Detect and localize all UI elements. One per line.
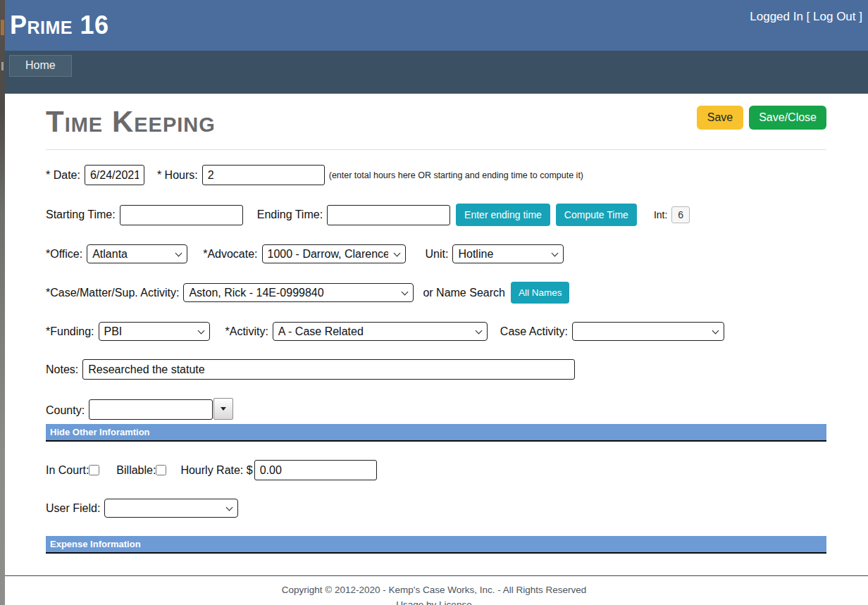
activity-select[interactable]: A - Case Related xyxy=(273,322,488,341)
app-header: Prime 16 Logged In [ Log Out ] xyxy=(5,0,868,51)
save-button[interactable]: Save xyxy=(697,106,743,130)
activity-label: *Activity: xyxy=(225,325,268,338)
ending-time-input[interactable] xyxy=(327,205,450,225)
county-input[interactable] xyxy=(89,399,213,420)
office-select[interactable]: Atlanta xyxy=(87,244,187,263)
page-title: Time Keeping xyxy=(46,106,216,138)
date-input[interactable] xyxy=(85,165,144,185)
background-window-artifact xyxy=(1,20,4,35)
title-divider xyxy=(46,149,826,150)
license-text: Usage by License xyxy=(0,598,868,605)
advocate-label: *Advocate: xyxy=(203,248,257,261)
office-label: *Office: xyxy=(46,248,82,261)
date-label: * Date: xyxy=(46,169,80,182)
user-field-label: User Field: xyxy=(46,502,100,515)
case-matter-label: *Case/Matter/Sup. Activity: xyxy=(46,287,179,299)
case-matter-select[interactable]: Aston, Rick - 14E-0999840 xyxy=(183,283,414,302)
copyright-text: Copyright © 2012-2020 - Kemp's Case Work… xyxy=(0,583,868,598)
all-names-button[interactable]: All Names xyxy=(511,282,570,304)
enter-ending-time-button[interactable]: Enter ending time xyxy=(456,204,550,226)
case-matter-row: *Case/Matter/Sup. Activity: Aston, Rick … xyxy=(46,282,826,304)
ending-time-label: Ending Time: xyxy=(257,208,323,221)
funding-select[interactable]: PBI xyxy=(99,322,210,341)
billable-checkbox[interactable] xyxy=(156,465,166,475)
hourly-rate-label: Hourly Rate: $ xyxy=(180,464,252,477)
funding-label: *Funding: xyxy=(46,325,94,338)
county-label: County: xyxy=(46,404,85,417)
hours-input[interactable] xyxy=(202,165,325,185)
left-screen-edge xyxy=(0,0,5,605)
hourly-rate-input[interactable] xyxy=(254,460,377,480)
court-billable-row: In Court: Billable: Hourly Rate: $ xyxy=(46,460,826,480)
hours-label: * Hours: xyxy=(157,169,198,182)
notes-row: Notes: xyxy=(46,359,826,380)
section-bar-expense-information[interactable]: Expense Information xyxy=(46,536,826,554)
main-nav: Home xyxy=(5,51,868,94)
login-status[interactable]: Logged In [ Log Out ] xyxy=(750,10,862,24)
notes-label: Notes: xyxy=(46,363,78,376)
main-content: Time Keeping Save Save/Close * Date: * H… xyxy=(5,94,868,554)
triangle-down-icon xyxy=(221,407,226,411)
county-row: County: xyxy=(46,398,826,420)
advocate-select[interactable]: 1000 - Darrow, Clarence xyxy=(262,244,406,263)
page-footer: Copyright © 2012-2020 - Kemp's Case Work… xyxy=(0,575,868,605)
county-dropdown-button[interactable] xyxy=(213,398,233,420)
section-bar-other-information[interactable]: Hide Other Inforamtion xyxy=(46,424,826,442)
hours-hint: (enter total hours here OR starting and … xyxy=(329,170,583,180)
user-field-select[interactable] xyxy=(104,499,238,518)
time-row: Starting Time: Ending Time: Enter ending… xyxy=(46,204,826,226)
in-court-checkbox[interactable] xyxy=(89,465,99,475)
funding-row: *Funding: PBI *Activity: A - Case Relate… xyxy=(46,322,826,341)
case-activity-select[interactable] xyxy=(572,322,724,341)
background-window-artifact xyxy=(1,62,4,70)
office-row: *Office: Atlanta *Advocate: 1000 - Darro… xyxy=(46,244,826,263)
interval-label: Int: xyxy=(654,209,667,220)
nav-tab-home[interactable]: Home xyxy=(9,55,72,77)
save-close-button[interactable]: Save/Close xyxy=(749,106,826,130)
app-page: Prime 16 Logged In [ Log Out ] Home Time… xyxy=(5,0,868,605)
starting-time-label: Starting Time: xyxy=(46,208,116,221)
billable-label: Billable: xyxy=(116,464,156,477)
date-hours-row: * Date: * Hours: (enter total hours here… xyxy=(46,165,826,185)
app-logo: Prime 16 xyxy=(10,13,109,38)
compute-time-button[interactable]: Compute Time xyxy=(556,204,637,226)
unit-select[interactable]: Hotline xyxy=(452,244,564,263)
name-search-label: or Name Search xyxy=(423,287,505,299)
unit-label: Unit: xyxy=(426,248,449,261)
notes-input[interactable] xyxy=(82,359,575,380)
time-keeping-form: * Date: * Hours: (enter total hours here… xyxy=(46,165,826,554)
starting-time-input[interactable] xyxy=(120,205,243,225)
case-activity-label: Case Activity: xyxy=(500,325,568,338)
in-court-label: In Court: xyxy=(46,464,89,477)
interval-value: 6 xyxy=(671,206,690,223)
user-field-row: User Field: xyxy=(46,499,826,518)
